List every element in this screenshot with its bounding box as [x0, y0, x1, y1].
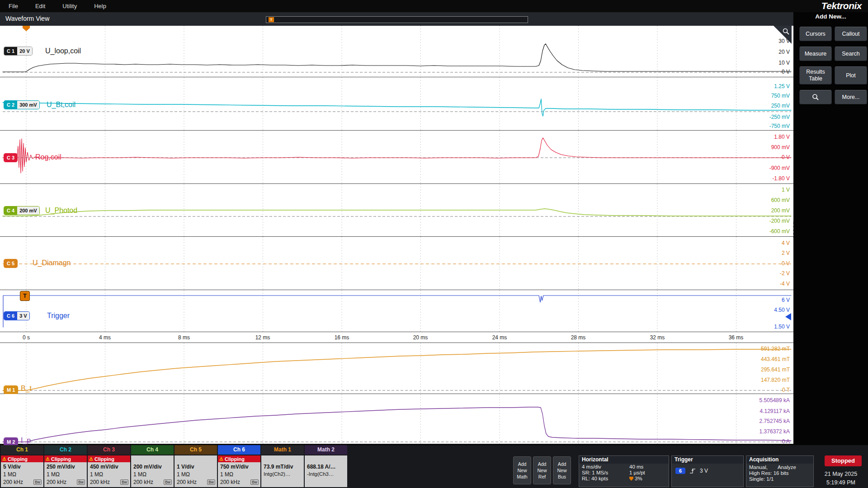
warning-icon: ⚠	[2, 456, 6, 461]
channel-slice-c3: C 3 Rog,coil 1.80 V 900 mV 0 V -900 mV -…	[0, 131, 793, 184]
math-badge-m1[interactable]: M 1	[4, 385, 18, 394]
ch6-bandwidth: 200 kHz	[220, 479, 240, 485]
menu-file[interactable]: File	[0, 3, 27, 9]
tick-label: 5.505489 kA	[760, 397, 790, 404]
math-slice-m2: M 2 I_p 5.505489 kA 4.129117 kA 2.752745…	[0, 394, 793, 444]
search-button[interactable]: Search	[835, 47, 867, 61]
tab-ch5[interactable]: Ch 5	[175, 445, 217, 455]
c1-waveform	[0, 26, 792, 77]
math-label-m2[interactable]: I_p	[21, 436, 31, 445]
zoom-button[interactable]	[799, 90, 832, 104]
status-card-math1[interactable]: 73.9 mT/div Intg(Ch2)…	[261, 455, 304, 487]
time-tick: 0 s	[23, 332, 30, 343]
tab-ch4[interactable]: Ch 4	[131, 445, 174, 455]
run-state-badge[interactable]: Stopped	[825, 455, 862, 466]
tick-label: 750 mV	[771, 93, 790, 99]
trigger-source-marker[interactable]: T	[20, 291, 30, 301]
math-label-m1[interactable]: B_t	[21, 385, 32, 393]
status-card-ch2[interactable]: ⚠Clipping 250 mV/div 1 MΩ 200 kHzBw	[44, 455, 87, 487]
time-tick: 20 ms	[413, 332, 428, 343]
trigger-position-percent: 3%	[635, 476, 642, 481]
add-new-math-button[interactable]: Add New Math	[513, 456, 531, 484]
c2-waveform	[0, 77, 792, 131]
menu-utility[interactable]: Utility	[54, 3, 85, 9]
status-card-ch5[interactable]: 1 V/div 1 MΩ 200 kHzBw	[175, 455, 217, 487]
channel-label-c6[interactable]: Trigger	[47, 312, 70, 320]
channel-label-c1[interactable]: U_loop,coil	[45, 47, 81, 55]
channel-label-c5[interactable]: U_Diamagn	[33, 259, 71, 267]
tick-label: 1.80 V	[774, 134, 790, 140]
status-card-math2[interactable]: 688.18 A/… -Intg(Ch3…	[305, 455, 347, 487]
add-new-ref-button[interactable]: Add New Ref	[533, 456, 551, 484]
acquisition-panel[interactable]: Acquisition Manual, Analyze High Res: 16…	[746, 455, 814, 487]
channel-label-c2[interactable]: U_Bt,coil	[47, 101, 75, 109]
c4-waveform	[0, 184, 792, 237]
ch5-scale: 1 V/div	[177, 464, 194, 470]
trigger-source-badge: 6	[675, 468, 685, 474]
channel-badge-c3[interactable]: C 3	[4, 153, 18, 162]
rising-edge-icon	[689, 467, 696, 474]
time-tick: 28 ms	[571, 332, 586, 343]
time-tick: 24 ms	[492, 332, 507, 343]
measure-button[interactable]: Measure	[799, 47, 832, 61]
tick-label: -250 mV	[769, 114, 790, 120]
cursors-button[interactable]: Cursors	[799, 27, 832, 41]
channel-badge-c1[interactable]: C 1 20 V	[4, 47, 33, 56]
tab-ch1[interactable]: Ch 1	[1, 445, 43, 455]
ch2-scale: 250 mV/div	[47, 464, 75, 470]
tick-label: -1.80 V	[772, 175, 790, 182]
trigger-panel[interactable]: Trigger 6 3 V	[671, 455, 744, 487]
tab-math1[interactable]: Math 1	[261, 445, 304, 455]
tick-label: -900 mV	[769, 165, 790, 171]
tab-ch2[interactable]: Ch 2	[44, 445, 87, 455]
tick-label: 4 V	[782, 240, 790, 246]
c1-scale-label: 20 V	[17, 47, 32, 55]
clipping-banner: ⚠Clipping	[44, 455, 87, 462]
ch4-scale: 200 mV/div	[133, 464, 162, 470]
c3-badge-label: C 3	[4, 154, 17, 162]
menu-edit[interactable]: Edit	[27, 3, 54, 9]
horizontal-title: Horizontal	[579, 456, 669, 464]
plot-button[interactable]: Plot	[835, 66, 867, 84]
ch6-scale: 750 mV/div	[220, 464, 249, 470]
channel-label-c4[interactable]: U_Photod	[45, 206, 77, 215]
menu-help[interactable]: Help	[85, 3, 115, 9]
channel-label-c3[interactable]: Rog,coil	[35, 153, 61, 161]
acquisition-detail: High Res: 16 bits	[746, 470, 813, 476]
horizontal-scale: 4 ms/div	[582, 464, 629, 469]
status-card-ch4[interactable]: 200 mV/div 1 MΩ 200 kHzBw	[131, 455, 174, 487]
status-card-ch1[interactable]: ⚠Clipping 5 V/div 1 MΩ 200 kHzBw	[1, 455, 43, 487]
zoom-overview-scrollbar[interactable]: T	[266, 16, 528, 23]
tab-ch3[interactable]: Ch 3	[88, 445, 130, 455]
tab-math2[interactable]: Math 2	[305, 445, 347, 455]
tick-label: 295.641 mT	[761, 366, 790, 373]
trigger-level-arrow[interactable]	[785, 313, 791, 320]
channel-badge-c2[interactable]: C 2 300 mV	[4, 100, 40, 109]
results-table-button[interactable]: Results Table	[799, 66, 832, 84]
tick-label: 6 V	[782, 297, 790, 303]
channel-badge-c5[interactable]: C 5	[4, 259, 18, 268]
tick-label: 1 V	[782, 187, 790, 193]
time-tick: 8 ms	[178, 332, 190, 343]
ch2-impedance: 1 MΩ	[47, 471, 60, 478]
c6-waveform	[0, 290, 792, 332]
view-title: Waveform View	[5, 15, 49, 22]
tick-label: 0 V	[782, 69, 790, 75]
tick-label: -2 V	[780, 270, 790, 277]
status-card-ch3[interactable]: ⚠Clipping 450 mV/div 1 MΩ 200 kHzBw	[88, 455, 130, 487]
tab-ch6[interactable]: Ch 6	[218, 445, 260, 455]
channel-slice-c6: T C 6 3 V Trigger 6 V 4.50 V 1.50 V 0 V	[0, 290, 793, 332]
add-new-bus-button[interactable]: Add New Bus	[553, 456, 571, 484]
tick-label: 1.50 V	[774, 324, 790, 330]
status-card-ch6[interactable]: ⚠Clipping 750 mV/div 1 MΩ 200 kHzBw	[218, 455, 260, 487]
horizontal-panel[interactable]: Horizontal 4 ms/div40 ms SR: 1 MS/s1 µs/…	[579, 455, 669, 487]
acquisition-single: Single: 1/1	[746, 476, 813, 482]
tick-label: 1.376372 kA	[760, 428, 790, 435]
callout-button[interactable]: Callout	[835, 27, 867, 41]
channel-badge-c4[interactable]: C 4 200 mV	[4, 206, 40, 215]
channel-badge-c6[interactable]: C 6 3 V	[4, 311, 30, 320]
bandwidth-limit-icon: Bw	[250, 479, 259, 485]
channel-slice-c2: C 2 300 mV U_Bt,coil 1.25 V 750 mV 250 m…	[0, 77, 793, 131]
zoom-trigger-thumb[interactable]: T	[268, 17, 274, 23]
more-button[interactable]: More...	[835, 90, 867, 104]
